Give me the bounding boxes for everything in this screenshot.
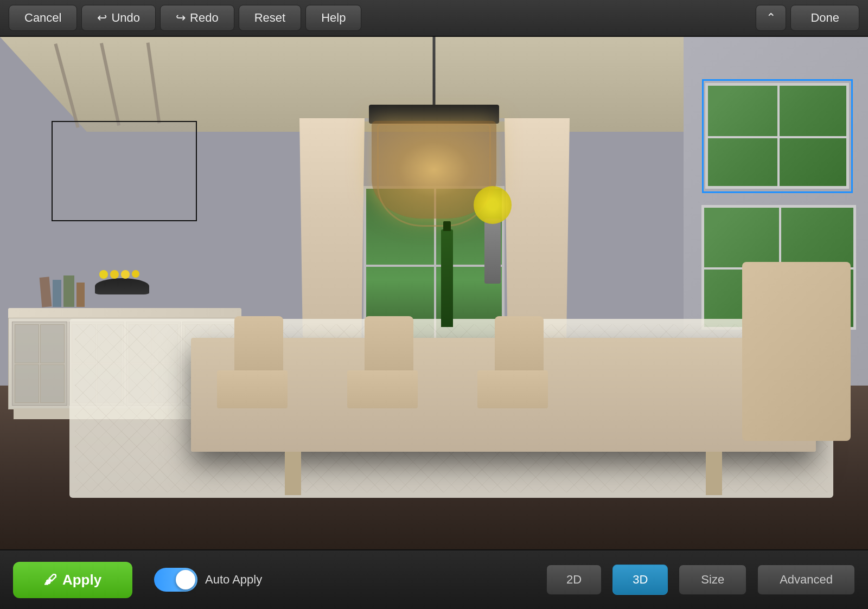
paintbrush-icon: 🖌 [44,572,57,587]
vase [484,219,501,284]
view-3d-label: 3D [633,573,648,586]
chair-seat-1 [217,370,288,408]
book-1 [40,277,52,307]
redo-button[interactable]: Redo [160,5,234,31]
size-label: Size [701,573,724,586]
fruit [99,270,139,279]
undo-button[interactable]: Undo [81,5,156,31]
center-win-divider-h [366,265,502,267]
table-leg-left [285,452,301,495]
auto-apply-label: Auto Apply [205,573,262,587]
wine-bottle [441,229,453,327]
undo-label: Undo [111,11,140,25]
selection-rect-blue [702,79,853,193]
door-panes [12,322,67,405]
redo-icon [176,11,186,25]
fruit-2 [110,270,119,279]
sideboard-door-1 [12,322,67,406]
collapse-button[interactable]: ⌃ [756,5,786,31]
help-label: Help [321,11,346,25]
cancel-button[interactable]: Cancel [9,5,77,31]
fruit-3 [121,270,130,279]
undo-icon [97,11,107,25]
advanced-label: Advanced [780,573,833,586]
sideboard-top [8,308,241,318]
bowl [95,278,149,294]
apply-label: Apply [62,572,101,588]
done-label: Done [810,11,839,24]
advanced-button[interactable]: Advanced [757,565,855,595]
auto-apply-toggle[interactable] [154,568,197,592]
curtain-left [299,118,365,351]
apply-button[interactable]: 🖌 Apply [13,562,132,598]
chair-seat-3 [477,370,548,408]
selection-rect-black [52,121,197,221]
bottom-toolbar: 🖌 Apply Auto Apply 2D 3D Size Advanced [0,549,868,609]
fruit-4 [132,270,139,278]
flowers [474,186,512,224]
help-button[interactable]: Help [305,5,361,31]
top-toolbar: Cancel Undo Redo Reset Help ⌃ Done [0,0,868,37]
reset-label: Reset [254,11,285,25]
reset-button[interactable]: Reset [239,5,301,31]
scene-viewport[interactable] [0,37,868,549]
chair-right-far [742,262,851,441]
toggle-knob [176,570,195,589]
pane [15,364,39,403]
size-button[interactable]: Size [679,565,746,595]
pane [15,324,39,363]
chandelier-chain [433,37,436,110]
chair-seat-2 [347,370,418,408]
cancel-label: Cancel [24,11,61,25]
fruit-1 [99,270,108,279]
view-3d-button[interactable]: 3D [612,565,668,595]
auto-apply-container: Auto Apply [154,568,262,592]
pane [40,324,65,363]
chevron-up-icon: ⌃ [766,11,776,24]
book-3 [63,275,74,307]
redo-label: Redo [190,11,219,25]
bottle-neck [443,221,451,231]
book-4 [76,283,85,307]
book-2 [53,280,61,307]
table-leg-right [706,452,722,495]
view-2d-label: 2D [566,573,582,586]
books [41,275,85,307]
done-button[interactable]: Done [790,5,859,31]
view-2d-button[interactable]: 2D [546,565,602,595]
pane [40,364,65,403]
chandelier-outer-ring [377,124,491,227]
